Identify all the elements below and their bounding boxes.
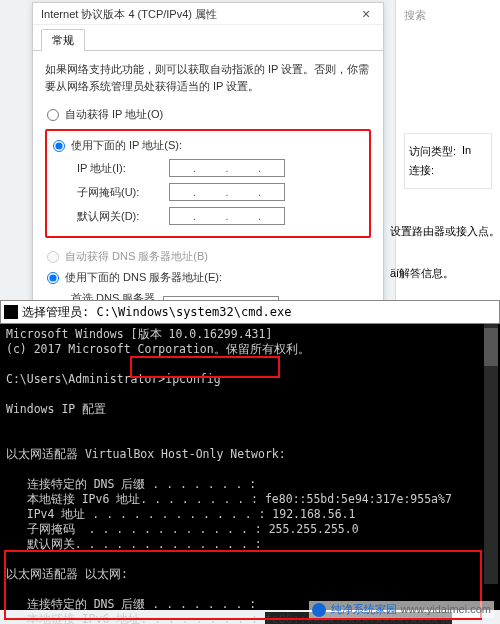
radio-use-dns-input[interactable] [47, 272, 59, 284]
gateway-label: 默认网关(D): [77, 209, 169, 224]
close-icon[interactable]: × [357, 3, 375, 25]
radio-obtain-dns-auto: 自动获得 DNS 服务器地址(B) [45, 246, 371, 267]
description-text: 如果网络支持此功能，则可以获取自动指派的 IP 设置。否则，你需要从网络系统管理… [45, 61, 371, 94]
subnet-input[interactable]: ... [169, 183, 285, 201]
ip-address-row: IP 地址(I): ... [51, 156, 365, 180]
command-prompt-window: 选择管理员: C:\Windows\system32\cmd.exe Micro… [0, 300, 500, 610]
gateway-input[interactable]: ... [169, 207, 285, 225]
search-placeholder: 搜索 [404, 8, 492, 23]
tab-general[interactable]: 常规 [41, 29, 85, 51]
access-value: In [462, 144, 471, 159]
radio-use-ip[interactable]: 使用下面的 IP 地址(S): [51, 135, 365, 156]
connections-label: 连接: [409, 163, 434, 178]
watermark-logo-icon [312, 603, 326, 617]
ip-address-input[interactable]: ... [169, 159, 285, 177]
access-label: 访问类型: [409, 144, 456, 159]
cmd-title-text: 选择管理员: C:\Windows\system32\cmd.exe [22, 304, 292, 321]
subnet-label: 子网掩码(U): [77, 185, 169, 200]
ipv4-properties-dialog: Internet 协议版本 4 (TCP/IPv4) 属性 × 常规 如果网络支… [32, 2, 384, 301]
cmd-a1-linklocal: 本地链接 IPv6 地址. . . . . . . . : fe80::55bd… [6, 492, 452, 506]
radio-obtain-dns-auto-label: 自动获得 DNS 服务器地址(B) [65, 249, 208, 264]
radio-obtain-ip-auto-input[interactable] [47, 109, 59, 121]
cmd-a1-ipv4: IPv4 地址 . . . . . . . . . . . . : 192.16… [6, 507, 355, 521]
dialog-titlebar: Internet 协议版本 4 (TCP/IPv4) 属性 × [33, 3, 383, 25]
radio-obtain-ip-auto-label: 自动获得 IP 地址(O) [65, 107, 163, 122]
tab-strip: 常规 [33, 25, 383, 51]
watermark: 纯净系统家园 www.yidaimei.com [309, 601, 494, 618]
watermark-url: www.yidaimei.com [401, 603, 491, 615]
cmd-scrollbar[interactable] [484, 324, 498, 584]
radio-use-dns-label: 使用下面的 DNS 服务器地址(E): [65, 270, 222, 285]
tab-body: 如果网络支持此功能，则可以获取自动指派的 IP 设置。否则，你需要从网络系统管理… [33, 50, 383, 331]
cmd-icon [4, 305, 18, 319]
background-network-panel: 搜索 访问类型:In 连接: [395, 0, 500, 300]
cmd-a1-gateway: 默认网关. . . . . . . . . . . . . : [6, 537, 262, 551]
cmd-line-header: Windows IP 配置 [6, 402, 106, 416]
bg-hint1: 设置路由器或接入点。 [390, 224, 500, 239]
radio-obtain-dns-auto-input [47, 251, 59, 263]
cmd-line-copyright: (c) 2017 Microsoft Corporation。保留所有权利。 [6, 342, 310, 356]
cmd-output[interactable]: Microsoft Windows [版本 10.0.16299.431] (c… [0, 324, 500, 624]
watermark-brand: 纯净系统家园 [331, 603, 397, 615]
radio-use-ip-label: 使用下面的 IP 地址(S): [71, 138, 182, 153]
status-box: 访问类型:In 连接: [404, 133, 492, 189]
radio-obtain-ip-auto[interactable]: 自动获得 IP 地址(O) [45, 104, 371, 125]
gateway-row: 默认网关(D): ... [51, 204, 365, 228]
cmd-adapter1-title: 以太网适配器 VirtualBox Host-Only Network: [6, 447, 286, 461]
subnet-row: 子网掩码(U): ... [51, 180, 365, 204]
cmd-line-winver: Microsoft Windows [版本 10.0.16299.431] [6, 327, 272, 341]
highlight-ipconfig [130, 356, 280, 378]
cmd-a1-mask: 子网掩码 . . . . . . . . . . . . : 255.255.2… [6, 522, 359, 536]
cmd-scroll-thumb[interactable] [484, 328, 498, 366]
radio-use-ip-input[interactable] [53, 140, 65, 152]
radio-use-dns[interactable]: 使用下面的 DNS 服务器地址(E): [45, 267, 371, 288]
dialog-title-text: Internet 协议版本 4 (TCP/IPv4) 属性 [41, 3, 217, 25]
ip-address-label: IP 地址(I): [77, 161, 169, 176]
cmd-a1-dns: 连接特定的 DNS 后缀 . . . . . . . : [6, 477, 256, 491]
bg-hint2: äí解答信息。 [390, 266, 454, 281]
cmd-titlebar: 选择管理员: C:\Windows\system32\cmd.exe [0, 300, 500, 324]
manual-ip-group: 使用下面的 IP 地址(S): IP 地址(I): ... 子网掩码(U): .… [45, 129, 371, 238]
